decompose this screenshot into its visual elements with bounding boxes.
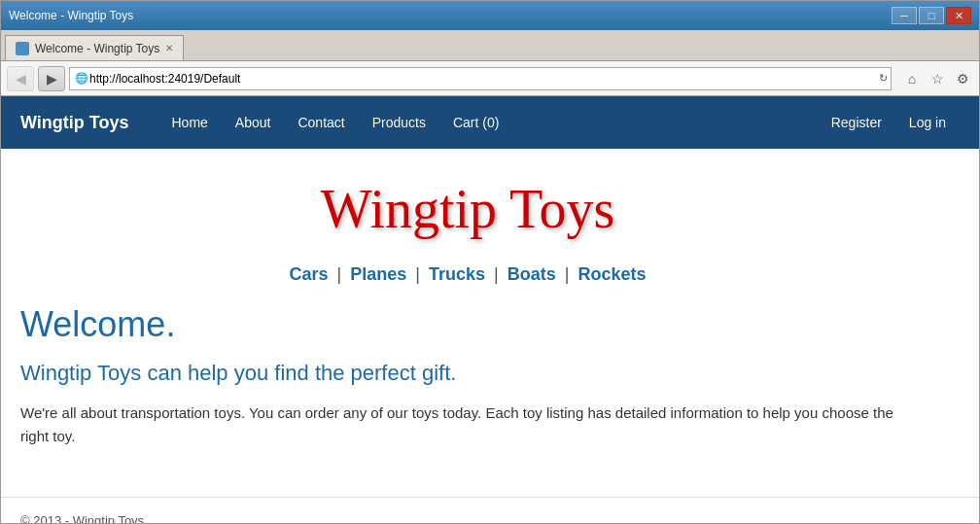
minimize-button[interactable]: ─ bbox=[892, 7, 917, 24]
nav-link-register[interactable]: Register bbox=[818, 96, 895, 149]
lock-icon: 🌐 bbox=[75, 72, 88, 85]
nav-link-about[interactable]: About bbox=[222, 96, 285, 149]
browser-window: Welcome - Wingtip Toys ─ □ ✕ Welcome - W… bbox=[0, 0, 980, 524]
tab-label: Welcome - Wingtip Toys bbox=[35, 42, 159, 55]
tab-close-button[interactable]: ✕ bbox=[165, 43, 173, 53]
welcome-heading: Welcome. bbox=[20, 304, 915, 345]
nav-link-contact[interactable]: Contact bbox=[284, 96, 358, 149]
restore-button[interactable]: □ bbox=[919, 7, 944, 24]
title-bar: Welcome - Wingtip Toys ─ □ ✕ bbox=[1, 1, 979, 30]
title-bar-controls[interactable]: ─ □ ✕ bbox=[892, 7, 971, 24]
close-button[interactable]: ✕ bbox=[946, 7, 971, 24]
refresh-icon[interactable]: ↻ bbox=[879, 72, 888, 85]
category-boats[interactable]: Boats bbox=[508, 264, 556, 284]
sep-1: | bbox=[337, 264, 342, 284]
browser-content: Wingtip Toys Home About Contact Products… bbox=[1, 96, 979, 523]
address-wrap: 🌐 ↻ bbox=[69, 67, 892, 90]
welcome-subtitle: Wingtip Toys can help you find the perfe… bbox=[20, 361, 915, 386]
favorites-button[interactable]: ☆ bbox=[927, 68, 948, 89]
tab-bar: Welcome - Wingtip Toys ✕ bbox=[1, 30, 979, 61]
site-nav: Wingtip Toys Home About Contact Products… bbox=[1, 96, 979, 149]
home-button[interactable]: ⌂ bbox=[901, 68, 923, 89]
back-button[interactable]: ◀ bbox=[7, 66, 34, 91]
sep-3: | bbox=[494, 264, 499, 284]
tab-favicon bbox=[16, 42, 29, 55]
category-cars[interactable]: Cars bbox=[289, 264, 328, 284]
site-nav-right: Register Log in bbox=[818, 96, 960, 149]
category-rockets[interactable]: Rockets bbox=[578, 264, 646, 284]
welcome-body: We're all about transportation toys. You… bbox=[20, 402, 915, 448]
page-content: Wingtip Toys Cars | Planes | Trucks | Bo… bbox=[1, 149, 934, 497]
footer-copyright: © 2013 - Wingtip Toys bbox=[20, 513, 144, 523]
sep-2: | bbox=[415, 264, 420, 284]
window-title: Welcome - Wingtip Toys bbox=[9, 9, 133, 22]
site-logo: Wingtip Toys bbox=[321, 178, 614, 240]
site-brand[interactable]: Wingtip Toys bbox=[20, 113, 129, 133]
category-trucks[interactable]: Trucks bbox=[429, 264, 485, 284]
address-input[interactable] bbox=[69, 67, 892, 90]
category-links: Cars | Planes | Trucks | Boats | Rockets bbox=[20, 255, 915, 304]
category-planes[interactable]: Planes bbox=[350, 264, 406, 284]
nav-link-login[interactable]: Log in bbox=[895, 96, 960, 149]
forward-button[interactable]: ▶ bbox=[38, 66, 65, 91]
site-nav-links: Home About Contact Products Cart (0) bbox=[158, 96, 818, 149]
logo-section: Wingtip Toys bbox=[20, 149, 915, 255]
address-bar: ◀ ▶ 🌐 ↻ ⌂ ☆ ⚙ bbox=[1, 61, 979, 96]
nav-link-products[interactable]: Products bbox=[359, 96, 439, 149]
site-footer: © 2013 - Wingtip Toys bbox=[1, 497, 979, 523]
browser-tab[interactable]: Welcome - Wingtip Toys ✕ bbox=[5, 35, 184, 60]
nav-link-cart[interactable]: Cart (0) bbox=[439, 96, 512, 149]
nav-link-home[interactable]: Home bbox=[158, 96, 222, 149]
toolbar-icons: ⌂ ☆ ⚙ bbox=[901, 68, 973, 89]
title-bar-left: Welcome - Wingtip Toys bbox=[9, 9, 133, 22]
settings-button[interactable]: ⚙ bbox=[952, 68, 973, 89]
sep-4: | bbox=[565, 264, 570, 284]
